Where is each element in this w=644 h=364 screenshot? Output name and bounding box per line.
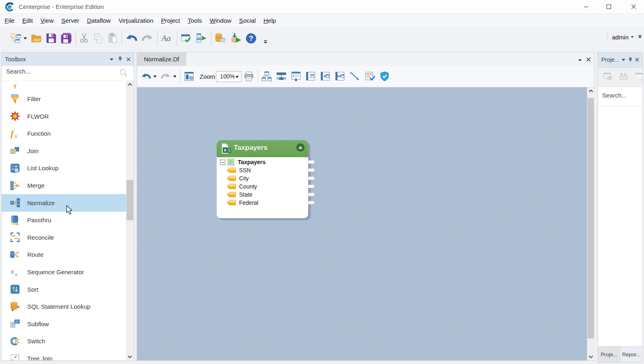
node-field-state[interactable]: State [220,191,252,199]
taxpayers-node[interactable]: Taxpayers TaxpayersSSNCityCountyStateFed… [217,140,308,218]
toolbox-search[interactable] [2,66,134,81]
layout-org-button[interactable] [259,69,274,84]
node-field-county[interactable]: County [220,182,257,191]
scroll-up-arrow[interactable] [587,87,594,94]
toolbox-item-switch[interactable]: Switch [2,332,126,350]
toolbox-item-route[interactable]: Route [2,246,126,263]
open-folder-button[interactable] [29,31,44,46]
redo-button[interactable] [139,31,156,46]
project-pin-icon[interactable] [628,57,633,63]
copy-button[interactable] [91,31,106,46]
tree-collapse-icon[interactable] [220,160,225,165]
menu-window[interactable]: Window [206,15,235,26]
toolbox-item-merge[interactable]: Merge [2,177,126,194]
toolbox-windowposition-icon[interactable] [109,58,114,61]
toolbar-overflow-button[interactable] [638,33,642,41]
node-tree-root[interactable]: Taxpayers [220,158,265,166]
undo-button[interactable] [123,31,139,46]
output-port[interactable] [308,185,314,188]
menu-help[interactable]: Help [259,15,280,26]
panel-tab-proje[interactable]: Proje... [598,347,620,362]
menu-social[interactable]: Social [235,15,260,26]
zoom-combobox[interactable]: 100% [216,71,242,82]
project-search[interactable] [598,87,642,106]
verify-window-button[interactable] [178,31,194,46]
node-collapse-button[interactable] [296,143,305,152]
undo-small-dropdown-icon[interactable] [153,76,157,78]
node-collapsed-button[interactable] [303,69,318,84]
toolbox-item-reconcile[interactable]: Reconcile [2,229,126,246]
toolbox-item-passthru[interactable]: Passthru [2,211,126,229]
project-search-input[interactable] [602,92,639,99]
new-dataflow-dropdown-icon[interactable] [24,37,27,39]
save-all-button[interactable] [59,31,74,46]
close-button[interactable] [624,0,643,13]
layout-tree-button[interactable] [274,69,289,84]
save-button[interactable] [44,31,59,46]
expand-list-button[interactable] [289,69,303,84]
toolbox-item-sql-statement-lookup[interactable]: SQL Statement Lookup [2,298,126,315]
paste-button[interactable] [106,31,120,46]
output-port[interactable] [308,160,314,164]
menu-file[interactable]: File [1,15,18,26]
zoom-dropdown-icon[interactable] [235,76,239,78]
menu-tools[interactable]: Tools [184,15,206,26]
toolbox-item-sequence-generator[interactable]: x n Sequence Generator [2,263,126,281]
print-button[interactable] [242,69,256,84]
node-field-city[interactable]: City [220,174,249,182]
new-dataflow-button[interactable] [8,31,29,46]
scroll-thumb[interactable] [126,180,133,220]
menu-dataflow[interactable]: Dataflow [83,15,115,26]
tab-list-icon[interactable] [578,56,582,63]
toolbox-item-flwor[interactable]: FLWOR [2,108,126,125]
node-header[interactable]: Taxpayers [217,140,308,157]
menu-project[interactable]: Project [157,15,184,26]
node-field-federal[interactable]: Federal [220,199,258,207]
grid-import-icon[interactable] [619,72,629,83]
help-button[interactable]: ? [244,31,259,46]
project-close-icon[interactable] [635,58,639,62]
toolbox-item-list-lookup[interactable]: List Lookup [2,159,126,177]
output-port[interactable] [308,201,314,204]
maximize-button[interactable] [599,0,618,13]
node-field-ssn[interactable]: SSN [220,166,251,174]
menu-view[interactable]: View [37,15,57,26]
data-check-button[interactable]: 0101 10 [363,69,378,84]
undo-small-button[interactable] [139,69,159,84]
menu-virtualization[interactable]: Virtualization [115,15,157,26]
toolbox-item-subflow[interactable]: Subflow [2,315,126,333]
menu-server[interactable]: Server [57,15,83,26]
dataflow-canvas[interactable]: Taxpayers TaxpayersSSNCityCountyStateFed… [137,87,587,360]
run-windows-button[interactable] [194,31,209,46]
toolbox-pin-icon[interactable] [118,56,122,62]
menu-edit[interactable]: Edit [18,15,37,26]
output-port[interactable] [308,193,314,196]
redo-small-button[interactable] [159,69,178,84]
toolbox-item-function[interactable]: f x Function [2,125,126,142]
toolbox-item-normalize[interactable]: Normalize [2,194,126,212]
output-port[interactable] [308,169,314,172]
scroll-up-arrow[interactable] [126,81,134,88]
draw-link-button[interactable] [347,69,363,84]
minimize-button[interactable] [577,0,595,13]
toolbox-item-tree-join[interactable]: Tree Join [2,350,126,360]
toolbox-scrollbar[interactable] [126,81,134,360]
output-port[interactable] [308,177,314,180]
toolbar-overflow-button[interactable] [261,35,270,49]
import-run-button[interactable] [228,31,244,46]
tab-close-icon[interactable] [586,56,591,63]
toolbox-search-input[interactable] [6,68,108,75]
node-expand-both-button[interactable] [333,69,347,84]
redo-small-dropdown-icon[interactable] [173,76,176,78]
scroll-down-arrow[interactable] [587,353,594,360]
canvas-scrollbar[interactable] [587,87,594,360]
window-close-icon[interactable] [603,72,613,83]
font-button[interactable]: Aa [159,31,175,46]
admin-menu[interactable]: admin [612,34,629,41]
scroll-thumb[interactable] [587,98,594,338]
project-windowposition-icon[interactable] [621,58,626,61]
toolbox-item-filter[interactable]: Filter [2,90,126,108]
panel-tab-repor[interactable]: Repor... [620,347,642,362]
scroll-down-arrow[interactable] [126,353,134,360]
document-tab[interactable]: Normalize.Df [137,52,186,66]
